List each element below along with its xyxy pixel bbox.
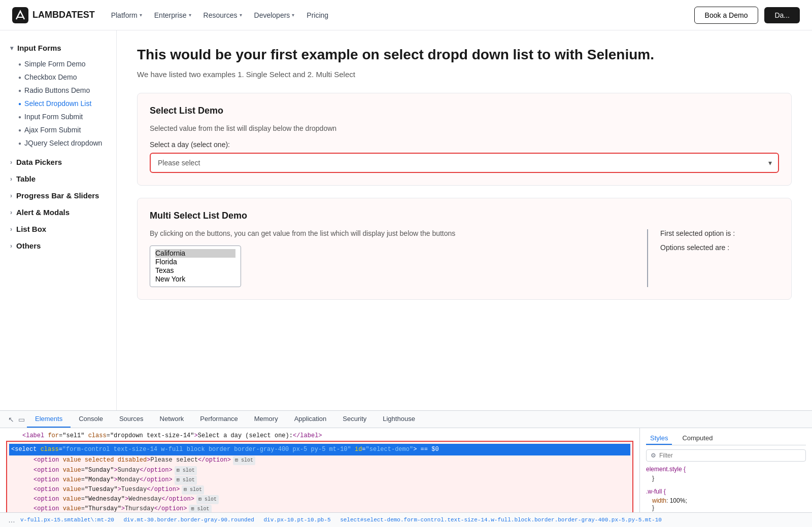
chevron-down-icon: ▾ xyxy=(140,12,142,18)
option-california[interactable]: California xyxy=(155,249,235,258)
slot-badge[interactable]: ⊞ slot xyxy=(189,505,211,512)
chevron-right-icon: › xyxy=(10,175,12,183)
chevron-right-icon: › xyxy=(10,242,12,250)
sidebar-item-others[interactable]: › Others xyxy=(8,237,108,254)
devtools-selected-block: <select class="form-control text-size-14… xyxy=(6,441,633,512)
code-line-select: <select class="form-control text-size-14… xyxy=(9,444,630,455)
dark-button[interactable]: Da... xyxy=(764,7,800,23)
book-demo-button[interactable]: Book a Demo xyxy=(694,7,759,24)
devtools-icon-pointer[interactable]: ↖ xyxy=(6,414,16,425)
tab-performance[interactable]: Performance xyxy=(192,411,246,428)
tab-network[interactable]: Network xyxy=(152,411,192,428)
devtools-styles-panel: Styles Computed ⚙ element.style { } .w-f… xyxy=(639,428,812,512)
nav-enterprise[interactable]: Enterprise ▾ xyxy=(154,11,191,19)
nav-resources[interactable]: Resources ▾ xyxy=(204,11,242,19)
bullet-icon: ● xyxy=(18,88,21,93)
tab-styles[interactable]: Styles xyxy=(646,432,672,445)
sidebar-item-data-pickers[interactable]: › Data Pickers xyxy=(8,154,108,170)
nav-developers[interactable]: Developers ▾ xyxy=(254,11,295,19)
code-line-opt-2: <option value="Sunday">Sunday</option>⊞ … xyxy=(9,466,630,475)
styles-filter-input[interactable] xyxy=(659,452,801,459)
logo-icon xyxy=(12,7,28,23)
options-selected-label: Options selected are : xyxy=(660,243,779,252)
sidebar-input-forms-items: ● Simple Form Demo ● Checkbox Demo ● Rad… xyxy=(8,57,108,150)
nav-links: Platform ▾ Enterprise ▾ Resources ▾ Deve… xyxy=(111,11,328,19)
chevron-right-icon: › xyxy=(10,209,12,216)
single-select-label: Select a day (select one): xyxy=(150,140,779,149)
option-newyork[interactable]: New York xyxy=(155,275,235,284)
option-florida[interactable]: Florida xyxy=(155,258,235,266)
chevron-down-icon: ▾ xyxy=(292,12,294,18)
breadcrumb-separator xyxy=(257,517,261,523)
tab-sources[interactable]: Sources xyxy=(111,411,152,428)
devtools-elements-panel: <label for="sel1" class="dropdown text-s… xyxy=(0,428,639,512)
breadcrumb-ellipsis[interactable]: … xyxy=(6,515,17,525)
bullet-icon: ● xyxy=(18,140,21,146)
sidebar-item-ajax-form[interactable]: ● Ajax Form Submit xyxy=(16,123,108,136)
sidebar-item-radio[interactable]: ● Radio Buttons Demo xyxy=(16,84,108,97)
navbar: LAMBDATEST Platform ▾ Enterprise ▾ Resou… xyxy=(0,0,812,30)
single-select-desc: Selected value from the list will displa… xyxy=(150,124,779,132)
sidebar-item-list-box[interactable]: › List Box xyxy=(8,221,108,237)
navbar-right: Book a Demo Da... xyxy=(694,7,800,24)
slot-badge[interactable]: ⊞ slot xyxy=(175,466,197,475)
code-line-opt-1: <option value selected disabled>Please s… xyxy=(9,455,630,465)
sidebar-input-forms-header[interactable]: ▾ Input Forms xyxy=(8,41,108,55)
styles-filter: ⚙ xyxy=(646,449,806,462)
sidebar-item-input-form-submit[interactable]: ● Input Form Submit xyxy=(16,110,108,123)
sidebar-item-jquery-select[interactable]: ● JQuery Select dropdown xyxy=(16,136,108,150)
slot-badge[interactable]: ⊞ slot xyxy=(233,456,255,465)
sidebar-item-select-dropdown[interactable]: ● Select Dropdown List xyxy=(16,97,108,110)
select-wrapper: Please select Sunday Monday Tuesday Wedn… xyxy=(150,153,779,173)
styles-selector: element.style { xyxy=(646,466,806,473)
styles-rule-close: } xyxy=(646,504,806,511)
breadcrumb-item-4[interactable]: select#select-demo.form-control.text-siz… xyxy=(337,516,665,524)
code-line-opt-4: <option value="Tuesday">Tuesday</option>… xyxy=(9,485,630,495)
nav-pricing[interactable]: Pricing xyxy=(307,11,328,19)
sidebar-item-progress-bar[interactable]: › Progress Bar & Sliders xyxy=(8,187,108,204)
breadcrumb-separator xyxy=(117,517,121,523)
tab-security[interactable]: Security xyxy=(334,411,375,428)
logo[interactable]: LAMBDATEST xyxy=(12,7,95,23)
breadcrumb-separator xyxy=(334,517,337,523)
multi-select-title: Multi Select List Demo xyxy=(150,210,779,221)
sidebar-item-checkbox[interactable]: ● Checkbox Demo xyxy=(16,71,108,84)
tab-application[interactable]: Application xyxy=(286,411,335,428)
tab-console[interactable]: Console xyxy=(71,411,111,428)
bullet-icon: ● xyxy=(18,61,21,67)
breadcrumb-item-2[interactable]: div.mt-30.border.border-gray-90.rounded xyxy=(120,516,257,524)
chevron-right-icon: › xyxy=(10,226,12,233)
slot-badge[interactable]: ⊞ slot xyxy=(175,476,197,485)
styles-rule: } xyxy=(646,475,806,482)
styles-w-full: .w-full { width: 100%; } xyxy=(646,488,806,511)
code-line-opt-6: <option value="Thursday">Thursday</optio… xyxy=(9,504,630,512)
logo-text: LAMBDATEST xyxy=(32,10,95,20)
chevron-right-icon: › xyxy=(10,159,12,166)
page-subtitle: We have listed two examples 1. Single Se… xyxy=(137,70,792,79)
multi-select-input[interactable]: California Florida Texas New York xyxy=(150,245,241,287)
code-line-opt-5: <option value="Wednesday">Wednesday</opt… xyxy=(9,495,630,504)
sidebar-item-table[interactable]: › Table xyxy=(8,170,108,187)
option-texas[interactable]: Texas xyxy=(155,266,235,275)
chevron-down-icon: ▾ xyxy=(10,45,13,52)
slot-badge[interactable]: ⊞ slot xyxy=(196,495,219,504)
devtools-icon-device[interactable]: ▭ xyxy=(16,414,27,425)
tab-lighthouse[interactable]: Lighthouse xyxy=(375,411,423,428)
select-demo[interactable]: Please select Sunday Monday Tuesday Wedn… xyxy=(150,153,779,173)
devtools-breadcrumb: … v-full.px-15.smtablet\:mt-20 div.mt-30… xyxy=(0,512,812,527)
tab-elements[interactable]: Elements xyxy=(27,411,71,428)
chevron-down-icon: ▾ xyxy=(240,12,242,18)
multi-select-card: Multi Select List Demo By clicking on th… xyxy=(137,198,792,299)
filter-icon: ⚙ xyxy=(651,452,656,459)
slot-badge[interactable]: ⊞ slot xyxy=(182,485,204,495)
nav-platform[interactable]: Platform ▾ xyxy=(111,11,142,19)
sidebar-item-alert-modals[interactable]: › Alert & Modals xyxy=(8,204,108,221)
multi-card-right: First selected option is : Options selec… xyxy=(647,229,779,287)
devtools-panel: ↖ ▭ Elements Console Sources Network Per… xyxy=(0,410,812,527)
multi-card-left: By clicking on the buttons, you can get … xyxy=(150,229,647,287)
breadcrumb-item-1[interactable]: v-full.px-15.smtablet\:mt-20 xyxy=(17,516,117,524)
tab-computed[interactable]: Computed xyxy=(678,432,717,445)
tab-memory[interactable]: Memory xyxy=(246,411,286,428)
sidebar-item-simple-form[interactable]: ● Simple Form Demo xyxy=(16,57,108,71)
breadcrumb-item-3[interactable]: div.px-10.pt-10.pb-5 xyxy=(261,516,334,524)
